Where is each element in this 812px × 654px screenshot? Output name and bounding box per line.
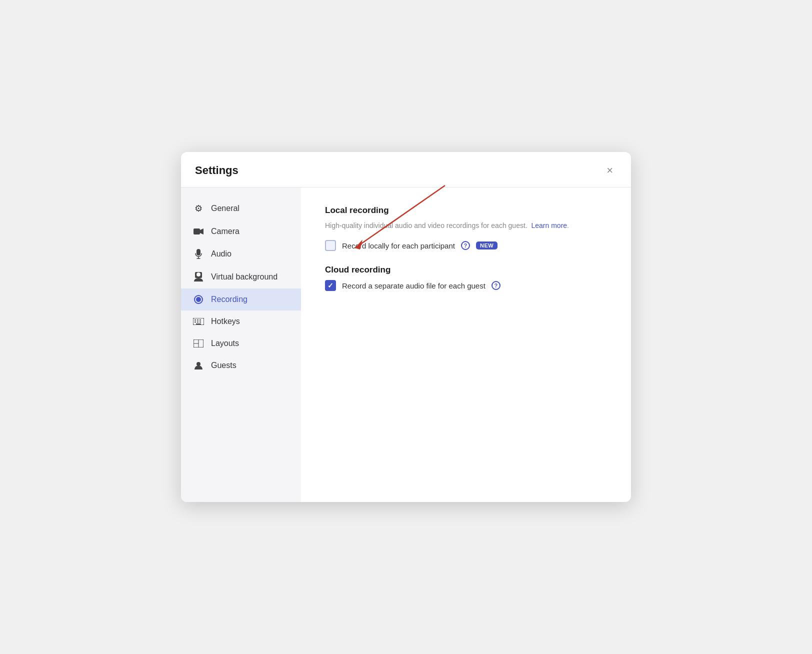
svg-point-20 [196,362,200,366]
learn-more-link[interactable]: Learn more [531,222,567,230]
svg-rect-2 [196,249,200,256]
sidebar-item-audio[interactable]: Audio [181,242,301,266]
dialog-header: Settings × [181,152,631,188]
cloud-recording-help-icon[interactable]: ? [492,281,500,290]
gear-icon: ⚙ [193,203,204,214]
dialog-body: ⚙ General Camera [181,188,631,502]
cloud-recording-option-label: Record a separate audio file for each gu… [342,282,486,290]
cloud-recording-option-row: ✓ Record a separate audio file for each … [325,280,607,291]
sidebar-item-label: Camera [211,227,240,236]
svg-rect-12 [200,320,201,320]
layouts-icon [193,340,204,348]
guests-icon [193,361,204,370]
svg-point-6 [196,272,200,276]
svg-rect-15 [200,322,201,322]
local-recording-description: High-quality individual audio and video … [325,220,607,231]
svg-rect-13 [194,322,196,322]
sidebar-item-guests[interactable]: Guests [181,354,301,376]
local-recording-option-row: Record locally for each participant ? NE… [325,240,607,251]
record-icon [193,295,204,304]
local-recording-help-icon[interactable]: ? [461,241,470,250]
sidebar-item-hotkeys[interactable]: Hotkeys [181,310,301,332]
dialog-title: Settings [195,164,238,177]
svg-rect-10 [194,320,196,320]
sidebar-item-label: Recording [211,295,248,304]
svg-marker-1 [200,228,204,234]
close-button[interactable]: × [602,163,617,178]
sidebar-item-virtual-background[interactable]: Virtual background [181,266,301,288]
cloud-recording-section: Cloud recording ✓ Record a separate audi… [325,265,607,291]
sidebar: ⚙ General Camera [181,188,301,502]
cloud-recording-checkbox[interactable]: ✓ [325,280,336,291]
settings-dialog: Settings × ⚙ General Camera [181,152,631,502]
local-recording-section: Local recording High-quality individual … [325,206,607,251]
local-recording-option-label: Record locally for each participant [342,242,455,250]
local-recording-title: Local recording [325,206,607,216]
sidebar-item-label: Hotkeys [211,317,240,326]
sidebar-item-label: Virtual background [211,272,278,282]
microphone-icon [193,249,204,259]
sidebar-item-label: Guests [211,361,236,370]
sidebar-item-recording[interactable]: Recording [181,288,301,310]
sidebar-item-general[interactable]: ⚙ General [181,196,301,220]
local-recording-desc-text: High-quality individual audio and video … [325,222,528,230]
svg-rect-16 [196,324,201,324]
main-content: Local recording High-quality individual … [301,188,631,502]
keyboard-icon [193,318,204,325]
svg-rect-0 [194,228,200,234]
sidebar-item-camera[interactable]: Camera [181,220,301,242]
sidebar-item-label: Layouts [211,339,239,348]
person-icon [193,272,204,282]
svg-rect-11 [197,320,198,320]
svg-point-8 [196,297,201,302]
svg-line-21 [355,186,445,248]
sidebar-item-label: Audio [211,250,232,258]
svg-rect-14 [197,322,198,322]
local-recording-new-badge: NEW [476,242,498,250]
sidebar-item-layouts[interactable]: Layouts [181,332,301,354]
cloud-recording-title: Cloud recording [325,265,607,275]
sidebar-item-label: General [211,204,240,213]
local-recording-checkbox[interactable] [325,240,336,251]
camera-icon [193,228,204,235]
